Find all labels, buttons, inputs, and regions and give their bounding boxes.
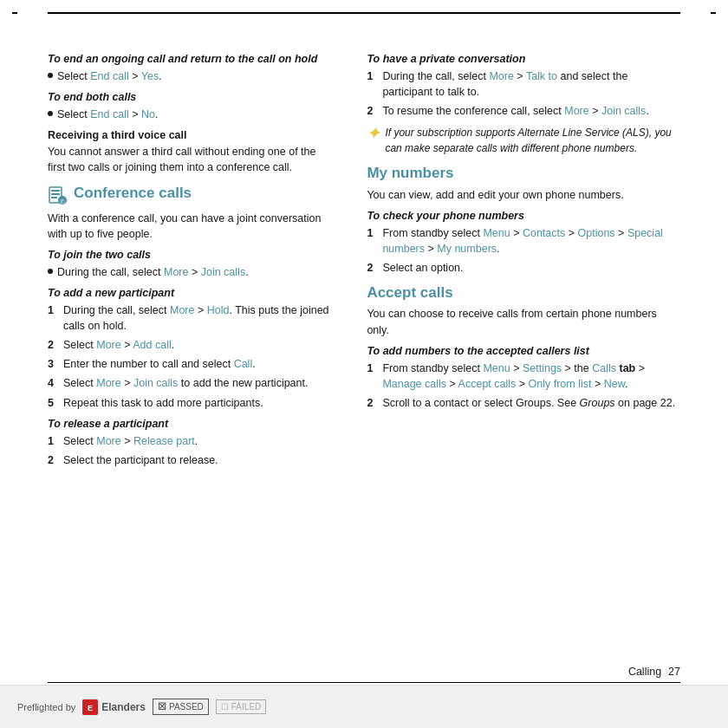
- end-both-calls-section: To end both calls Select End call > No.: [48, 91, 335, 122]
- groups-italic: Groups: [580, 397, 615, 409]
- left-column: To end an ongoing call and return to the…: [48, 22, 351, 680]
- release-part-link: Release part: [133, 435, 195, 447]
- passed-badge: ☒ PASSED: [153, 699, 209, 715]
- bottom-border: [48, 682, 680, 684]
- bullet-dot-2: [48, 111, 53, 116]
- join-two-text: During the call, select More > Join call…: [57, 264, 249, 280]
- more-link-2: More: [170, 304, 194, 316]
- bullet-dot-3: [48, 269, 53, 274]
- svg-rect-2: [51, 193, 60, 195]
- talk-to-link: Talk to: [526, 70, 557, 82]
- join-two-calls-title: To join the two calls: [48, 249, 335, 261]
- third-voice-body: You cannot answer a third call without e…: [48, 144, 335, 175]
- failed-label: FAILED: [231, 702, 261, 712]
- more-link-r1: More: [489, 70, 513, 82]
- join-calls-link-1: Join calls: [201, 266, 245, 278]
- hold-link: Hold: [207, 304, 230, 316]
- more-link-3: More: [96, 339, 120, 351]
- elanders-icon: E: [82, 699, 98, 715]
- footer-bar: Preflighted by E Elanders ☒ PASSED ☐ FAI…: [0, 685, 728, 728]
- accept-calls-section: Accept calls You can choose to receive c…: [367, 284, 680, 411]
- check-phone-numbers-title: To check your phone numbers: [367, 210, 680, 222]
- my-numbers-body: You can view, add and edit your own phon…: [367, 187, 680, 203]
- svg-rect-3: [51, 197, 57, 198]
- end-call-link-1: End call: [90, 70, 128, 82]
- elanders-logo: E Elanders: [82, 699, 146, 715]
- conference-body: With a conference call, you can have a j…: [48, 211, 335, 242]
- svg-text:✆: ✆: [60, 198, 65, 204]
- conference-calls-section: ✆ Conference calls With a conference cal…: [48, 185, 335, 468]
- release-participant-1: 1 Select More > Release part.: [48, 433, 335, 449]
- private-conv-1: 1 During the call, select More > Talk to…: [367, 68, 680, 100]
- release-participant-2: 2 Select the participant to release.: [48, 452, 335, 468]
- add-accepted-numbers-title: To add numbers to the accepted callers l…: [367, 345, 680, 357]
- svg-rect-1: [51, 190, 60, 192]
- private-conv-title: To have a private conversation: [367, 53, 680, 65]
- als-note: ✦ If your subscription supports Alternat…: [367, 126, 680, 156]
- end-both-bullet: Select End call > No.: [48, 107, 335, 122]
- accept-calls-title: Accept calls: [367, 284, 680, 302]
- accept-calls-body: You can choose to receive calls from cer…: [367, 306, 680, 337]
- menu-link-2: Menu: [483, 362, 510, 374]
- accept-calls-link: Accept calls: [458, 378, 517, 390]
- more-link-4: More: [96, 377, 120, 389]
- join-calls-link-2: Join calls: [133, 377, 178, 389]
- only-from-list-link: Only from list: [529, 378, 592, 390]
- end-both-title: To end both calls: [48, 91, 335, 103]
- top-border: [48, 12, 680, 14]
- release-participant-title: To release a participant: [48, 418, 335, 430]
- contacts-link: Contacts: [523, 227, 565, 239]
- end-both-text: Select End call > No.: [57, 107, 158, 122]
- my-numbers-link: My numbers: [437, 243, 497, 255]
- note-icon: ✦: [367, 126, 380, 141]
- svg-text:E: E: [88, 704, 93, 712]
- preflighted-label: Preflighted by: [17, 702, 75, 712]
- passed-label: PASSED: [169, 702, 204, 712]
- add-participant-2: 2 Select More > Add call.: [48, 337, 335, 353]
- add-participant-5: 5 Repeat this task to add more participa…: [48, 395, 335, 411]
- new-link: New: [604, 378, 625, 390]
- menu-link-1: Menu: [483, 227, 510, 239]
- add-participant-4: 4 Select More > Join calls to add the ne…: [48, 375, 335, 391]
- join-two-bullet: During the call, select More > Join call…: [48, 264, 335, 280]
- end-ongoing-call-section: To end an ongoing call and return to the…: [48, 53, 335, 84]
- corner-mark-tr: [711, 12, 716, 14]
- call-link: Call: [234, 358, 253, 370]
- manage-calls-link: Manage calls: [382, 378, 446, 390]
- page-container: To end an ongoing call and return to the…: [0, 0, 728, 728]
- settings-link: Settings: [523, 362, 562, 374]
- main-content: To end an ongoing call and return to the…: [48, 22, 680, 680]
- failed-badge: ☐ FAILED: [216, 699, 266, 714]
- more-link-r2: More: [564, 105, 588, 117]
- private-conv-2: 2 To resume the conference call, select …: [367, 103, 680, 119]
- third-voice-section: Receiving a third voice call You cannot …: [48, 129, 335, 175]
- check-phone-1: 1 From standby select Menu > Contacts > …: [367, 225, 680, 257]
- add-accepted-1: 1 From standby select Menu > Settings > …: [367, 361, 680, 392]
- join-calls-link-r: Join calls: [601, 105, 646, 117]
- check-phone-2: 2 Select an option.: [367, 260, 680, 276]
- add-participant-1: 1 During the call, select More > Hold. T…: [48, 302, 335, 334]
- section-label: Calling: [628, 666, 661, 678]
- page-number-area: Calling 27: [628, 666, 680, 678]
- more-link-5: More: [96, 435, 120, 447]
- end-ongoing-text: Select End call > Yes.: [57, 68, 162, 84]
- page-number: 27: [668, 666, 680, 678]
- add-accepted-2: 2 Scroll to a contact or select Groups. …: [367, 395, 680, 411]
- add-call-link: Add call: [133, 339, 171, 351]
- add-participant-title: To add a new participant: [48, 287, 335, 299]
- end-ongoing-title: To end an ongoing call and return to the…: [48, 53, 335, 65]
- add-participant-3: 3 Enter the number to call and select Ca…: [48, 356, 335, 372]
- my-numbers-title: My numbers: [367, 165, 680, 182]
- right-column: To have a private conversation 1 During …: [351, 22, 680, 680]
- no-link: No: [141, 108, 155, 120]
- company-name: Elanders: [101, 701, 146, 713]
- note-text: If your subscription supports Alternate …: [385, 126, 680, 156]
- my-numbers-section: My numbers You can view, add and edit yo…: [367, 165, 680, 276]
- corner-mark-tl: [12, 12, 17, 14]
- calls-tab-link: Calls: [592, 362, 616, 374]
- options-link: Options: [578, 227, 615, 239]
- third-voice-title: Receiving a third voice call: [48, 129, 335, 141]
- bullet-dot: [48, 73, 53, 78]
- end-ongoing-bullet: Select End call > Yes.: [48, 68, 335, 84]
- conference-header: ✆ Conference calls: [48, 185, 335, 205]
